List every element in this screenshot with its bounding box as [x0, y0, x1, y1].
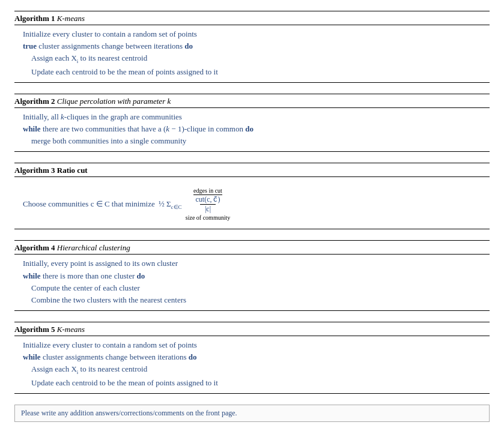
algorithm-4-body: Initially, every point is assigned to it… [14, 256, 490, 307]
algo4-line1: Initially, every point is assigned to it… [23, 258, 490, 270]
ratio-cut-formula-line: Choose communities c ∈ C that minimize ½… [23, 187, 490, 221]
algo5-line3: Assign each Xi to its nearest centroid [23, 363, 490, 377]
algorithm-4-word: Algorithm [14, 243, 49, 252]
algorithm-2-header: Algorithm 2 Clique percolation with para… [14, 97, 490, 108]
algo5-line1: Initialize every cluster to contain a ra… [23, 339, 490, 351]
algo2-line1: Initially, all k-cliques in the graph ar… [23, 111, 490, 123]
algorithm-1-header: Algorithm 1 K-means [14, 14, 490, 25]
algo1-line1: Initialize every cluster to contain a ra… [23, 28, 490, 40]
algorithm-5-box: Algorithm 5 K-means Initialize every clu… [14, 322, 490, 394]
algorithm-3-body: Choose communities c ∈ C that minimize ½… [14, 179, 490, 226]
algorithm-3-word: Algorithm [14, 166, 49, 175]
algo4-line3: Compute the center of each cluster [23, 282, 490, 294]
algorithm-2-body: Initially, all k-cliques in the graph ar… [14, 110, 490, 148]
algorithm-4-box: Algorithm 4 Hierarchical clustering Init… [14, 240, 490, 311]
algo2-line2: while there are two communities that hav… [23, 123, 490, 135]
algorithm-5-title: K-means [57, 325, 85, 334]
footer-text: Please write any addition answers/correc… [21, 409, 237, 417]
algorithm-4-header: Algorithm 4 Hierarchical clustering [14, 243, 490, 255]
footer-note: Please write any addition answers/correc… [14, 405, 490, 422]
ratio-cut-half: ½ Σc∈C [157, 199, 184, 210]
algorithm-2-number: 2 [51, 97, 57, 106]
ratio-cut-choose-text: Choose communities c ∈ C that minimize [23, 199, 155, 209]
abs-c-expression: |c| [200, 204, 216, 214]
algorithm-2-title: Clique percolation with parameter k [57, 97, 171, 106]
algorithm-1-number: 1 [51, 14, 57, 23]
algorithm-1-word: Algorithm [14, 14, 49, 23]
algorithm-4-title: Hierarchical clustering [57, 243, 130, 252]
algorithm-4-number: 4 [51, 243, 57, 252]
algorithm-1-title: K-means [57, 14, 85, 23]
algorithm-5-body: Initialize every cluster to contain a ra… [14, 338, 490, 390]
size-of-community-label: size of community [186, 214, 230, 221]
algo4-line4: Combine the two clusters with the neares… [23, 294, 490, 306]
cut-expression: cut(c, c̄) [193, 194, 223, 204]
algo1-line2: true cluster assignments change between … [23, 40, 490, 52]
algorithm-1-box: Algorithm 1 K-means Initialize every clu… [14, 11, 490, 83]
algorithm-5-word: Algorithm [14, 325, 49, 334]
ratio-cut-fraction: edges in cut cut(c, c̄) |c| size of comm… [186, 187, 230, 221]
algo1-line4: Update each centroid to be the mean of p… [23, 66, 490, 78]
algo5-line2: while cluster assignments change between… [23, 351, 490, 363]
algorithm-2-word: Algorithm [14, 97, 49, 106]
algorithm-2-box: Algorithm 2 Clique percolation with para… [14, 94, 490, 152]
algorithm-3-title: Ratio cut [57, 166, 88, 175]
algo2-line3: merge both communities into a single com… [23, 135, 490, 147]
algorithm-3-number: 3 [51, 166, 57, 175]
edges-in-cut-label: edges in cut [193, 187, 222, 194]
algorithm-1-body: Initialize every cluster to contain a ra… [14, 27, 490, 79]
algorithm-3-box: Algorithm 3 Ratio cut Choose communities… [14, 163, 490, 229]
algo4-line2: while there is more than one cluster do [23, 270, 490, 282]
algo1-line3: Assign each Xi to its nearest centroid [23, 52, 490, 66]
algorithm-5-number: 5 [51, 325, 57, 334]
algorithm-3-header: Algorithm 3 Ratio cut [14, 166, 490, 177]
algorithm-5-header: Algorithm 5 K-means [14, 325, 490, 336]
algo5-line4: Update each centroid to be the mean of p… [23, 377, 490, 389]
